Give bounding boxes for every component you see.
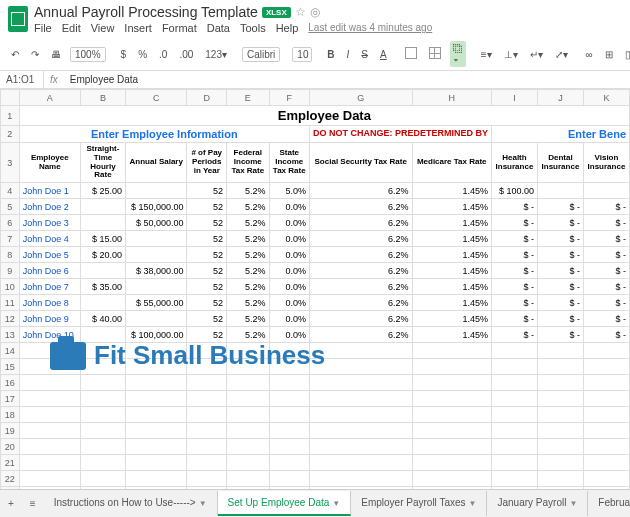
- col-K[interactable]: K: [583, 90, 629, 106]
- cell[interactable]: [537, 375, 583, 391]
- cell[interactable]: [269, 359, 309, 375]
- cell-dental[interactable]: $ -: [537, 247, 583, 263]
- hdr-vision[interactable]: Vision Insurance: [583, 143, 629, 183]
- cell-dental[interactable]: $ -: [537, 295, 583, 311]
- row-head[interactable]: 7: [1, 231, 20, 247]
- cell-name[interactable]: John Doe 1: [19, 183, 80, 199]
- cell-salary[interactable]: $ 38,000.00: [125, 263, 187, 279]
- cell[interactable]: [583, 423, 629, 439]
- strike-button[interactable]: S: [358, 47, 371, 62]
- cell[interactable]: [269, 407, 309, 423]
- formula-input[interactable]: Employee Data: [64, 71, 144, 88]
- cell[interactable]: [125, 343, 187, 359]
- cell[interactable]: [269, 439, 309, 455]
- cell[interactable]: [412, 423, 491, 439]
- cell[interactable]: [583, 455, 629, 471]
- cell-periods[interactable]: 52: [187, 199, 227, 215]
- cell-vision[interactable]: $ -: [583, 215, 629, 231]
- row-head-1[interactable]: 1: [1, 106, 20, 126]
- row-head[interactable]: 11: [1, 295, 20, 311]
- cell[interactable]: [309, 375, 412, 391]
- cell[interactable]: [19, 423, 80, 439]
- more-formats[interactable]: 123▾: [202, 47, 230, 62]
- cell[interactable]: [227, 423, 270, 439]
- cell[interactable]: [269, 471, 309, 487]
- sheet-tab[interactable]: Instructions on How to Use----->▼: [44, 491, 218, 516]
- sheet-tab[interactable]: January Payroll▼: [487, 491, 588, 516]
- cell-med[interactable]: 1.45%: [412, 295, 491, 311]
- hdr-annual-salary[interactable]: Annual Salary: [125, 143, 187, 183]
- cell[interactable]: [269, 375, 309, 391]
- hdr-fed-tax[interactable]: Federal Income Tax Rate: [227, 143, 270, 183]
- cell-periods[interactable]: 52: [187, 183, 227, 199]
- cell[interactable]: [412, 343, 491, 359]
- cell-health[interactable]: $ -: [491, 247, 537, 263]
- rotate-button[interactable]: ⤢▾: [552, 47, 571, 62]
- sheet-tab[interactable]: February Payroll▼: [588, 491, 630, 516]
- cell-rate[interactable]: [80, 327, 125, 343]
- cell-periods[interactable]: 52: [187, 263, 227, 279]
- cell-fed[interactable]: 5.2%: [227, 295, 270, 311]
- merge-button[interactable]: ⿻▾: [450, 41, 466, 67]
- cell[interactable]: [125, 423, 187, 439]
- cell-ss[interactable]: 6.2%: [309, 199, 412, 215]
- cell-name[interactable]: John Doe 7: [19, 279, 80, 295]
- row-head-2[interactable]: 2: [1, 126, 20, 143]
- all-sheets-button[interactable]: ≡: [22, 498, 44, 509]
- cell-rate[interactable]: [80, 199, 125, 215]
- row-head[interactable]: 4: [1, 183, 20, 199]
- cell-salary[interactable]: $ 100,000.00: [125, 327, 187, 343]
- cell[interactable]: [309, 439, 412, 455]
- cell-periods[interactable]: 52: [187, 327, 227, 343]
- menu-help[interactable]: Help: [276, 22, 299, 34]
- cell-med[interactable]: 1.45%: [412, 183, 491, 199]
- cell[interactable]: [80, 455, 125, 471]
- cell-dental[interactable]: $ -: [537, 199, 583, 215]
- sheet-tab[interactable]: Set Up Employee Data▼: [218, 491, 352, 516]
- cell[interactable]: [19, 455, 80, 471]
- last-edit[interactable]: Last edit was 4 minutes ago: [308, 22, 432, 34]
- link-icon[interactable]: ∞: [583, 47, 596, 62]
- cell-rate[interactable]: [80, 263, 125, 279]
- cell-salary[interactable]: $ 50,000.00: [125, 215, 187, 231]
- star-icon[interactable]: ☆: [295, 5, 306, 19]
- row-head[interactable]: 10: [1, 279, 20, 295]
- cell-dental[interactable]: $ -: [537, 327, 583, 343]
- cell[interactable]: [187, 343, 227, 359]
- cell-name[interactable]: John Doe 9: [19, 311, 80, 327]
- col-D[interactable]: D: [187, 90, 227, 106]
- cell[interactable]: [537, 343, 583, 359]
- chart-icon[interactable]: ◫: [622, 47, 630, 62]
- cell-state[interactable]: 0.0%: [269, 231, 309, 247]
- cell-health[interactable]: $ -: [491, 279, 537, 295]
- cell[interactable]: [227, 439, 270, 455]
- cell[interactable]: [269, 391, 309, 407]
- row-head[interactable]: 18: [1, 407, 20, 423]
- cell[interactable]: [269, 455, 309, 471]
- cell-state[interactable]: 0.0%: [269, 199, 309, 215]
- cell[interactable]: [227, 375, 270, 391]
- menu-format[interactable]: Format: [162, 22, 197, 34]
- cell-fed[interactable]: 5.2%: [227, 263, 270, 279]
- cell[interactable]: [269, 423, 309, 439]
- add-sheet-button[interactable]: +: [0, 498, 22, 509]
- cell-dental[interactable]: [537, 183, 583, 199]
- cell[interactable]: [537, 359, 583, 375]
- cell[interactable]: [583, 439, 629, 455]
- cell[interactable]: [19, 439, 80, 455]
- cell-name[interactable]: John Doe 3: [19, 215, 80, 231]
- fill-color-button[interactable]: [402, 45, 420, 63]
- cell-rate[interactable]: [80, 215, 125, 231]
- cell[interactable]: [125, 391, 187, 407]
- enter-employee-info[interactable]: Enter Employee Information: [19, 126, 309, 143]
- cell-med[interactable]: 1.45%: [412, 199, 491, 215]
- col-B[interactable]: B: [80, 90, 125, 106]
- format-currency[interactable]: $: [118, 47, 130, 62]
- cell[interactable]: [412, 471, 491, 487]
- cell-ss[interactable]: 6.2%: [309, 183, 412, 199]
- print-icon[interactable]: 🖶: [48, 47, 64, 62]
- row-head[interactable]: 8: [1, 247, 20, 263]
- cell-vision[interactable]: $ -: [583, 199, 629, 215]
- col-J[interactable]: J: [537, 90, 583, 106]
- cell-state[interactable]: 0.0%: [269, 279, 309, 295]
